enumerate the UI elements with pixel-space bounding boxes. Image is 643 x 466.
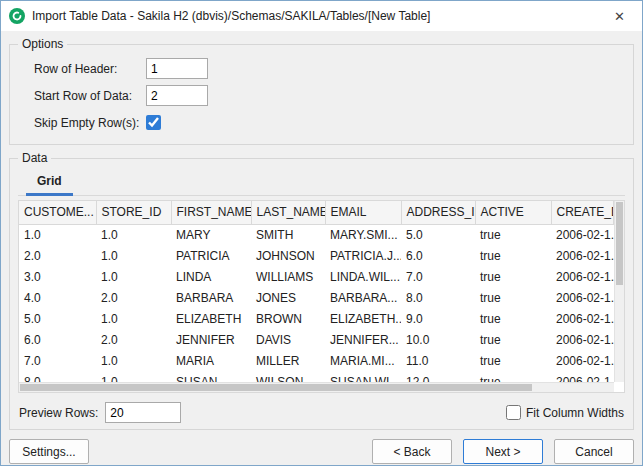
table-row[interactable]: 1.01.0MARYSMITHMARY.SMI...5.0true2006-02… [19, 224, 614, 245]
table-cell[interactable]: true [475, 287, 551, 308]
start-row-of-data-input[interactable] [146, 85, 208, 106]
table-cell[interactable]: SUSAN.WI... [325, 371, 401, 382]
next-button[interactable]: Next > [463, 439, 543, 464]
close-icon[interactable]: ✕ [597, 1, 642, 31]
table-cell[interactable]: MILLER [251, 350, 325, 371]
table-cell[interactable]: MARY [171, 224, 251, 245]
table-row[interactable]: 2.01.0PATRICIAJOHNSONPATRICIA.J...6.0tru… [19, 245, 614, 266]
table-cell[interactable]: MARIA [171, 350, 251, 371]
table-cell[interactable]: 8.0 [401, 287, 475, 308]
fit-column-widths-wrap: Fit Column Widths [506, 405, 624, 420]
table-row[interactable]: 3.01.0LINDAWILLIAMSLINDA.WIL...7.0true20… [19, 266, 614, 287]
table-cell[interactable]: 2006-02-1... [551, 308, 614, 329]
table-cell[interactable]: LINDA.WIL... [325, 266, 401, 287]
table-cell[interactable]: 7.0 [19, 350, 96, 371]
table-cell[interactable]: true [475, 350, 551, 371]
footer-buttons: Settings... < Back Next > Cancel [9, 439, 634, 464]
table-cell[interactable]: WILLIAMS [251, 266, 325, 287]
table-cell[interactable]: JONES [251, 287, 325, 308]
table-cell[interactable]: true [475, 308, 551, 329]
column-header[interactable]: ADDRESS_ID [401, 201, 475, 224]
table-cell[interactable]: 2006-02-1... [551, 266, 614, 287]
table-cell[interactable]: SMITH [251, 224, 325, 245]
table-cell[interactable]: 9.0 [401, 308, 475, 329]
column-header[interactable]: LAST_NAME [251, 201, 325, 224]
table-row[interactable]: 6.02.0JENNIFERDAVISJENNIFER...10.0true20… [19, 329, 614, 350]
grid-table-area: CUSTOME...STORE_IDFIRST_NAMELAST_NAMEEMA… [18, 200, 625, 393]
table-cell[interactable]: PATRICIA.J... [325, 245, 401, 266]
table-cell[interactable]: 10.0 [401, 329, 475, 350]
cancel-button[interactable]: Cancel [554, 439, 634, 464]
table-cell[interactable]: JENNIFER [171, 329, 251, 350]
table-cell[interactable]: BARBARA... [325, 287, 401, 308]
vertical-scrollbar[interactable] [614, 201, 624, 382]
skip-empty-rows-checkbox[interactable] [146, 115, 161, 130]
table-cell[interactable]: BROWN [251, 308, 325, 329]
table-cell[interactable]: 2006-02-1... [551, 371, 614, 382]
table-cell[interactable]: JOHNSON [251, 245, 325, 266]
table-cell[interactable]: MARY.SMI... [325, 224, 401, 245]
table-cell[interactable]: true [475, 329, 551, 350]
table-cell[interactable]: 6.0 [19, 329, 96, 350]
column-header[interactable]: EMAIL [325, 201, 401, 224]
table-cell[interactable]: 1.0 [96, 350, 171, 371]
column-header[interactable]: CREATE_D... [551, 201, 614, 224]
table-row[interactable]: 4.02.0BARBARAJONESBARBARA...8.0true2006-… [19, 287, 614, 308]
table-row[interactable]: 8.01.0SUSANWILSONSUSAN.WI...12.0true2006… [19, 371, 614, 382]
vertical-scrollbar-thumb[interactable] [616, 202, 623, 285]
table-cell[interactable]: 2.0 [96, 287, 171, 308]
table-cell[interactable]: JENNIFER... [325, 329, 401, 350]
table-cell[interactable]: LINDA [171, 266, 251, 287]
table-cell[interactable]: SUSAN [171, 371, 251, 382]
column-header[interactable]: FIRST_NAME [171, 201, 251, 224]
horizontal-scrollbar-thumb[interactable] [20, 384, 532, 391]
table-cell[interactable]: 2006-02-1... [551, 245, 614, 266]
table-cell[interactable]: 2006-02-1... [551, 350, 614, 371]
table-cell[interactable]: 1.0 [96, 245, 171, 266]
table-cell[interactable]: 7.0 [401, 266, 475, 287]
table-cell[interactable]: 1.0 [96, 266, 171, 287]
table-cell[interactable]: 2.0 [96, 329, 171, 350]
table-cell[interactable]: MARIA.MI... [325, 350, 401, 371]
row-of-header-label: Row of Header: [34, 62, 146, 76]
table-cell[interactable]: 11.0 [401, 350, 475, 371]
table-cell[interactable]: true [475, 245, 551, 266]
column-header[interactable]: ACTIVE [475, 201, 551, 224]
table-cell[interactable]: 2.0 [19, 245, 96, 266]
table-cell[interactable]: PATRICIA [171, 245, 251, 266]
table-cell[interactable]: 4.0 [19, 287, 96, 308]
table-row[interactable]: 5.01.0ELIZABETHBROWNELIZABETH...9.0true2… [19, 308, 614, 329]
row-of-header-row: Row of Header: [34, 57, 625, 80]
column-header[interactable]: CUSTOME... [19, 201, 96, 224]
table-cell[interactable]: 1.0 [96, 308, 171, 329]
table-cell[interactable]: true [475, 371, 551, 382]
table-cell[interactable]: 3.0 [19, 266, 96, 287]
column-header[interactable]: STORE_ID [96, 201, 171, 224]
horizontal-scrollbar[interactable] [19, 382, 614, 392]
table-cell[interactable]: ELIZABETH... [325, 308, 401, 329]
table-cell[interactable]: BARBARA [171, 287, 251, 308]
table-cell[interactable]: WILSON [251, 371, 325, 382]
tab-grid[interactable]: Grid [26, 169, 73, 196]
row-of-header-input[interactable] [146, 58, 208, 79]
table-cell[interactable]: 1.0 [19, 224, 96, 245]
table-cell[interactable]: 8.0 [19, 371, 96, 382]
settings-button[interactable]: Settings... [9, 439, 89, 464]
table-cell[interactable]: 5.0 [19, 308, 96, 329]
table-cell[interactable]: DAVIS [251, 329, 325, 350]
table-cell[interactable]: true [475, 266, 551, 287]
table-cell[interactable]: true [475, 224, 551, 245]
back-button[interactable]: < Back [372, 439, 452, 464]
table-cell[interactable]: 2006-02-1... [551, 287, 614, 308]
table-cell[interactable]: 6.0 [401, 245, 475, 266]
table-cell[interactable]: 12.0 [401, 371, 475, 382]
table-cell[interactable]: 5.0 [401, 224, 475, 245]
table-cell[interactable]: ELIZABETH [171, 308, 251, 329]
table-row[interactable]: 7.01.0MARIAMILLERMARIA.MI...11.0true2006… [19, 350, 614, 371]
table-cell[interactable]: 2006-02-1... [551, 224, 614, 245]
table-cell[interactable]: 1.0 [96, 224, 171, 245]
preview-rows-input[interactable] [105, 402, 181, 423]
table-cell[interactable]: 2006-02-1... [551, 329, 614, 350]
fit-column-widths-checkbox[interactable] [506, 405, 521, 420]
table-cell[interactable]: 1.0 [96, 371, 171, 382]
